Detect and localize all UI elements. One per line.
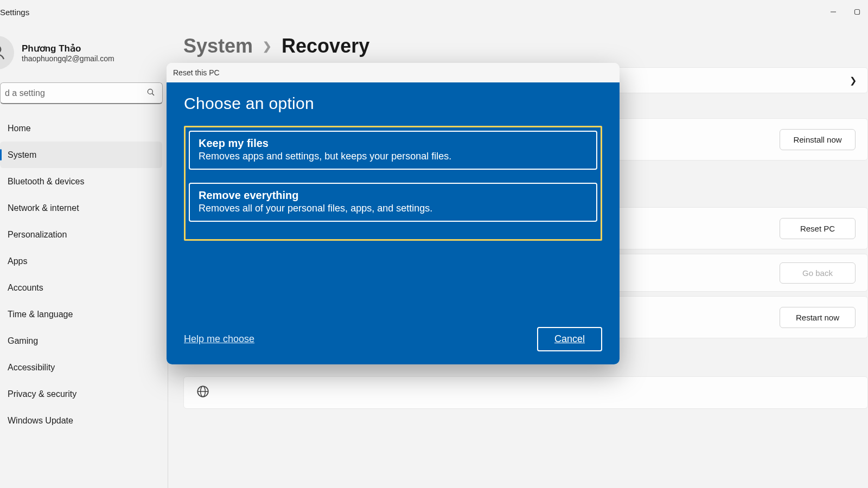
dialog-title: Reset this PC	[167, 63, 620, 82]
svg-point-2	[0, 46, 1, 53]
window-titlebar: Settings	[0, 0, 868, 24]
profile-text: Phương Thảo thaophuongql2@gmail.com	[22, 43, 114, 63]
minimize-button[interactable]	[829, 8, 838, 16]
nav-home[interactable]: Home	[0, 115, 162, 142]
nav-network[interactable]: Network & internet	[0, 195, 162, 221]
option-desc: Removes all of your personal files, apps…	[199, 203, 588, 214]
nav-bluetooth[interactable]: Bluetooth & devices	[0, 168, 162, 195]
profile-name: Phương Thảo	[22, 43, 114, 54]
svg-line-4	[152, 93, 154, 95]
svg-point-3	[148, 89, 152, 94]
avatar	[0, 36, 14, 69]
restart-now-button[interactable]: Restart now	[780, 307, 856, 328]
nav-time-language[interactable]: Time & language	[0, 301, 162, 328]
profile-block[interactable]: Phương Thảo thaophuongql2@gmail.com	[0, 36, 168, 82]
option-title: Remove everything	[199, 189, 588, 202]
nav-accessibility[interactable]: Accessibility	[0, 354, 162, 381]
nav-privacy[interactable]: Privacy & security	[0, 381, 162, 407]
reset-this-pc-dialog: Reset this PC Choose an option Keep my f…	[167, 63, 620, 364]
dialog-heading: Choose an option	[184, 94, 602, 113]
globe-icon	[196, 384, 212, 401]
user-icon	[0, 43, 7, 62]
chevron-right-icon: ❯	[263, 40, 272, 53]
search-icon	[146, 87, 156, 99]
window-controls	[829, 8, 861, 16]
help-me-choose-link[interactable]: Help me choose	[184, 333, 254, 345]
reinstall-now-button[interactable]: Reinstall now	[780, 129, 856, 150]
reset-pc-button[interactable]: Reset PC	[780, 218, 856, 239]
option-desc: Removes apps and settings, but keeps you…	[199, 151, 588, 162]
cancel-button[interactable]: Cancel	[537, 327, 602, 351]
sidebar: Phương Thảo thaophuongql2@gmail.com Home…	[0, 24, 168, 488]
profile-email: thaophuongql2@gmail.com	[22, 54, 114, 63]
nav-windows-update[interactable]: Windows Update	[0, 407, 162, 434]
nav-accounts[interactable]: Accounts	[0, 274, 162, 301]
nav-apps[interactable]: Apps	[0, 248, 162, 274]
window-title: Settings	[0, 8, 29, 17]
go-back-button: Go back	[780, 262, 856, 284]
chevron-right-icon: ❯	[850, 75, 857, 86]
nav-gaming[interactable]: Gaming	[0, 328, 162, 354]
breadcrumb-root[interactable]: System	[183, 35, 253, 57]
search-input-wrapper[interactable]	[0, 82, 163, 104]
maximize-button[interactable]	[853, 8, 861, 16]
svg-rect-1	[855, 10, 860, 15]
nav-personalization[interactable]: Personalization	[0, 221, 162, 248]
search-input[interactable]	[5, 88, 141, 98]
breadcrumb: System ❯ Recovery	[183, 35, 868, 57]
option-title: Keep my files	[199, 137, 588, 150]
related-support-card[interactable]	[183, 376, 868, 409]
option-highlight-frame: Keep my files Removes apps and settings,…	[184, 126, 602, 241]
remove-everything-option[interactable]: Remove everything Removes all of your pe…	[189, 183, 597, 222]
nav-system[interactable]: System	[0, 142, 162, 168]
breadcrumb-leaf: Recovery	[282, 35, 369, 57]
keep-my-files-option[interactable]: Keep my files Removes apps and settings,…	[189, 131, 597, 170]
nav-list: Home System Bluetooth & devices Network …	[0, 115, 168, 488]
